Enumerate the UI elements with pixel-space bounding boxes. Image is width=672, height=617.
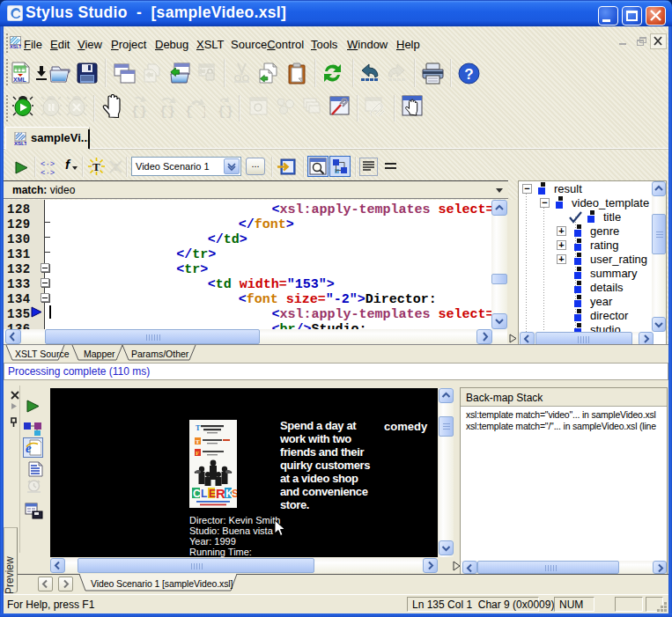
svg-text:E: E [209,488,216,500]
svg-text:{}: {} [159,105,175,118]
svg-text:F: F [196,450,199,457]
svg-text:?: ? [464,66,473,83]
svg-text:L: L [201,488,207,500]
svg-text:T: T [196,438,200,445]
svg-text:<·>: <·> [41,169,55,176]
svg-text:{}: {} [131,105,147,118]
svg-text:T: T [196,424,201,432]
svg-text:T: T [92,160,100,173]
svg-text:{}: {} [218,105,233,118]
svg-text:<·>: <·> [41,160,55,169]
svg-text:R: R [216,486,225,501]
svg-text:{ }: { } [185,105,205,118]
svg-text:XML: XML [13,77,27,83]
svg-text:C: C [193,488,201,500]
svg-text:S: S [232,488,237,500]
svg-text:XSLT: XSLT [14,141,26,146]
svg-text:XSLT: XSLT [10,44,21,49]
